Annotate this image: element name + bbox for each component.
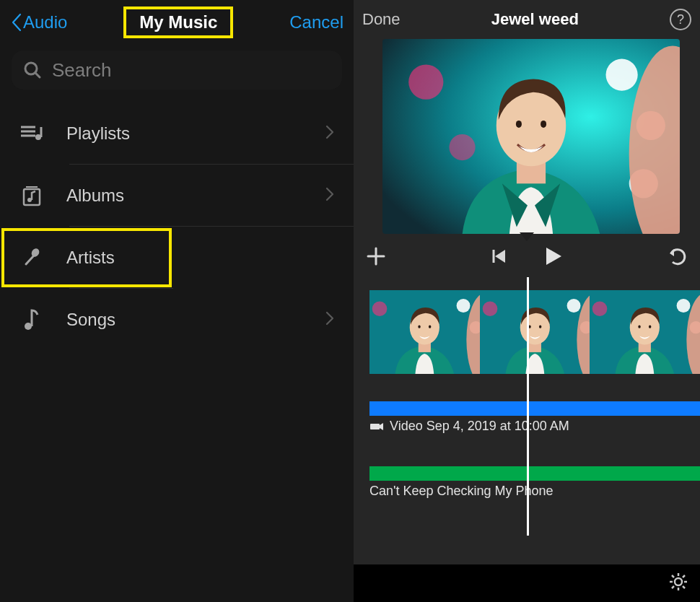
timeline-thumbnail (590, 290, 700, 374)
chevron-right-icon (325, 124, 335, 143)
help-icon: ? (677, 12, 684, 27)
chevron-right-icon (325, 186, 335, 205)
songs-icon (19, 307, 45, 333)
settings-button[interactable] (668, 572, 688, 595)
project-title: Jewel weed (401, 10, 670, 29)
category-label: Playlists (66, 123, 303, 144)
editor-header: Done Jewel weed ? (354, 0, 700, 39)
search-input[interactable] (52, 59, 331, 82)
audio-track[interactable] (369, 466, 700, 481)
search-icon (23, 61, 42, 79)
music-browser-panel: Audio My Music Cancel Playlists Albums (0, 0, 354, 602)
help-button[interactable]: ? (670, 9, 691, 30)
svg-rect-17 (370, 424, 380, 429)
artists-icon (19, 245, 45, 271)
gear-icon (668, 572, 688, 592)
chevron-left-icon (10, 12, 25, 33)
playlists-icon (19, 121, 45, 147)
video-clip-label: Video Sep 4, 2019 at 10:00 AM (369, 419, 569, 434)
svg-point-15 (516, 121, 522, 128)
video-thumbnail-strip[interactable] (369, 290, 700, 374)
timeline[interactable]: Video Sep 4, 2019 at 10:00 AM Can't Keep… (354, 277, 700, 564)
category-label: Artists (66, 248, 154, 268)
category-albums[interactable]: Albums (0, 165, 354, 227)
playhead-marker-icon (518, 231, 535, 245)
svg-point-18 (675, 578, 682, 585)
category-songs[interactable]: Songs (0, 289, 354, 351)
plus-icon (365, 245, 387, 267)
skip-back-icon (489, 247, 508, 266)
clip-icon (369, 422, 384, 432)
page-title: My Music (123, 6, 233, 38)
category-label: Albums (66, 186, 303, 206)
svg-point-11 (449, 134, 475, 160)
done-button[interactable]: Done (362, 10, 401, 29)
video-track[interactable] (369, 401, 700, 416)
preview-frame (382, 39, 680, 234)
preview-viewport (354, 39, 700, 238)
play-icon (541, 245, 564, 268)
svg-point-16 (541, 121, 546, 128)
svg-point-10 (408, 65, 443, 100)
category-list: Playlists Albums Artists Songs (0, 102, 354, 351)
transport-bar (354, 238, 700, 277)
audio-clip-label: Can't Keep Checking My Phone (369, 484, 554, 499)
category-label: Songs (66, 310, 303, 330)
category-artists[interactable]: Artists (0, 227, 173, 289)
timeline-thumbnail (369, 290, 480, 374)
skip-back-button[interactable] (489, 247, 508, 269)
albums-icon (19, 183, 45, 209)
editor-panel: Done Jewel weed ? (354, 0, 700, 602)
undo-button[interactable] (667, 246, 688, 269)
back-label: Audio (23, 12, 67, 32)
timeline-thumbnail (480, 290, 590, 374)
music-browser-header: Audio My Music Cancel (0, 0, 354, 45)
chevron-right-icon (325, 310, 335, 329)
play-button[interactable] (541, 245, 564, 271)
search-box[interactable] (12, 51, 342, 90)
undo-icon (667, 246, 688, 266)
playhead[interactable] (527, 277, 529, 536)
back-button[interactable]: Audio (10, 12, 67, 33)
cancel-button[interactable]: Cancel (289, 12, 344, 32)
bottom-toolbar (354, 564, 700, 602)
category-playlists[interactable]: Playlists (0, 102, 354, 165)
svg-point-7 (606, 58, 638, 90)
add-media-button[interactable] (365, 245, 387, 270)
